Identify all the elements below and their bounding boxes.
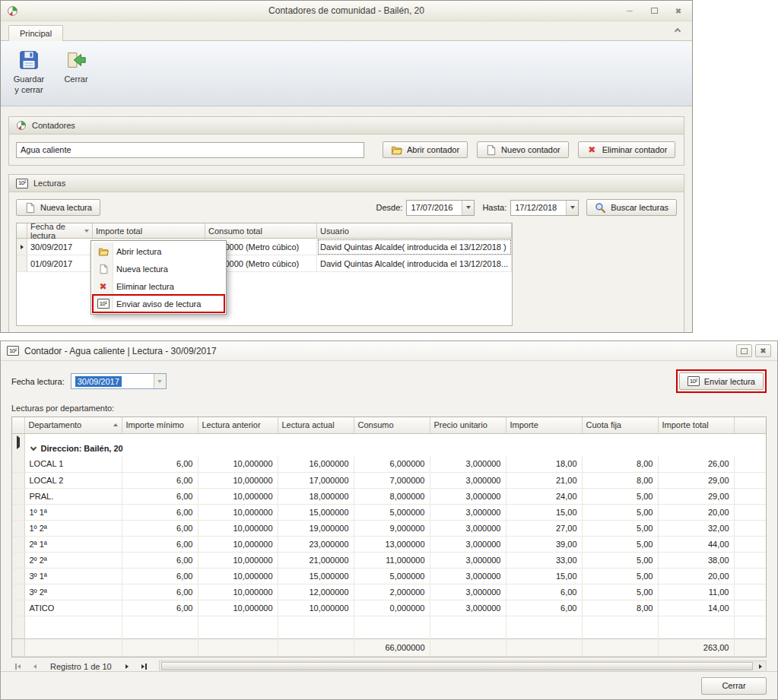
col-precio-unitario[interactable]: Precio unitario: [430, 417, 506, 433]
guardar-y-cerrar-button[interactable]: Guardar y cerrar: [8, 46, 49, 99]
lectura-anterior-cell[interactable]: 10,000000: [198, 584, 278, 600]
col-departamento[interactable]: Departamento: [24, 417, 122, 433]
lectura-actual-cell[interactable]: 15,000000: [278, 568, 354, 584]
consumo-cell[interactable]: 5,000000: [354, 568, 430, 584]
menu-item-eliminar-lectura[interactable]: ✖ Eliminar lectura: [93, 277, 224, 295]
importe-total-cell[interactable]: 14,00: [658, 600, 734, 616]
departamento-cell[interactable]: 2º 2ª: [24, 552, 122, 568]
group-row[interactable]: Direccion: Bailén, 20: [12, 433, 766, 456]
departamento-row[interactable]: 1º 1ª 6,00 10,000000 15,000000 5,000000 …: [12, 504, 766, 520]
cerrar-ribbon-button[interactable]: Cerrar: [56, 46, 97, 88]
precio-unitario-cell[interactable]: 3,000000: [430, 552, 506, 568]
importe-minimo-cell[interactable]: 6,00: [122, 568, 198, 584]
col-importe-minimo[interactable]: Importe mínimo: [122, 417, 198, 433]
fecha-cell[interactable]: 30/09/2017: [27, 239, 93, 255]
menu-item-enviar-aviso-de-lectura[interactable]: 10² Enviar aviso de lectura: [93, 295, 224, 312]
cuota-fija-cell[interactable]: 5,00: [582, 536, 658, 552]
consumo-cell[interactable]: 11,000000: [354, 552, 430, 568]
col-usuario[interactable]: Usuario: [317, 223, 512, 239]
maximize-button[interactable]: [736, 344, 752, 357]
scrollbar-thumb[interactable]: [161, 662, 753, 670]
departamento-row[interactable]: ATICO 6,00 10,000000 10,000000 0,000000 …: [12, 600, 766, 616]
departamento-cell[interactable]: LOCAL 1: [24, 456, 122, 472]
fecha-cell[interactable]: 01/09/2017: [27, 255, 93, 272]
consumo-cell[interactable]: 5,000000: [354, 504, 430, 520]
eliminar-contador-button[interactable]: ✖ Eliminar contador: [578, 141, 676, 158]
menu-item-nueva-lectura[interactable]: Nueva lectura: [93, 260, 224, 277]
lectura-actual-cell[interactable]: 21,000000: [278, 552, 354, 568]
departamento-cell[interactable]: LOCAL 2: [24, 472, 122, 488]
importe-total-cell[interactable]: 29,00: [658, 472, 734, 488]
tab-principal[interactable]: Principal: [8, 25, 63, 41]
importe-total-cell[interactable]: 11,00: [658, 584, 734, 600]
importe-total-cell[interactable]: 38,00: [658, 552, 734, 568]
precio-unitario-cell[interactable]: 3,000000: [430, 472, 506, 488]
prev-record-button[interactable]: [28, 660, 41, 672]
col-importe-total[interactable]: Importe total: [93, 223, 205, 239]
col-lectura-actual[interactable]: Lectura actual: [278, 417, 354, 433]
hasta-date-input[interactable]: 17/12/2018: [510, 200, 579, 216]
lectura-actual-cell[interactable]: 10,000000: [278, 600, 354, 616]
maximize-button[interactable]: [646, 5, 662, 17]
usuario-cell[interactable]: David Quintas Alcalde( introducida el 13…: [317, 239, 512, 255]
lectura-anterior-cell[interactable]: 10,000000: [198, 520, 278, 536]
departamento-row[interactable]: 1º 2ª 6,00 10,000000 19,000000 9,000000 …: [12, 520, 766, 536]
cuota-fija-cell[interactable]: 5,00: [582, 488, 658, 504]
col-consumo-total[interactable]: Consumo total: [205, 223, 317, 239]
cuota-fija-cell[interactable]: 5,00: [582, 520, 658, 536]
departamento-row[interactable]: 3º 1ª 6,00 10,000000 15,000000 5,000000 …: [12, 568, 766, 584]
lectura-actual-cell[interactable]: 19,000000: [278, 520, 354, 536]
dropdown-icon[interactable]: [154, 374, 166, 388]
departamento-row[interactable]: 3º 2ª 6,00 10,000000 12,000000 2,000000 …: [12, 584, 766, 600]
nueva-lectura-button[interactable]: Nueva lectura: [16, 199, 100, 216]
enviar-lectura-button[interactable]: 10² Enviar lectura: [679, 372, 764, 390]
importe-minimo-cell[interactable]: 6,00: [122, 600, 198, 616]
col-fecha-de-lectura[interactable]: Fecha de lectura: [27, 223, 93, 239]
contador-name-input[interactable]: Agua caliente: [16, 142, 364, 158]
consumo-cell[interactable]: 6,000000: [354, 456, 430, 472]
departamento-row[interactable]: PRAL. 6,00 10,000000 18,000000 8,000000 …: [12, 488, 766, 504]
lectura-anterior-cell[interactable]: 10,000000: [198, 472, 278, 488]
precio-unitario-cell[interactable]: 3,000000: [430, 488, 506, 504]
importe-minimo-cell[interactable]: 6,00: [122, 504, 198, 520]
precio-unitario-cell[interactable]: 3,000000: [430, 456, 506, 472]
consumo-cell[interactable]: 7,000000: [354, 472, 430, 488]
importe-minimo-cell[interactable]: 6,00: [122, 456, 198, 472]
next-record-button[interactable]: [121, 660, 134, 672]
titlebar[interactable]: 10² Contador - Agua caliente | Lectura -…: [1, 341, 777, 361]
lectura-anterior-cell[interactable]: 10,000000: [198, 504, 278, 520]
scroll-right-icon[interactable]: [754, 661, 766, 671]
col-lectura-anterior[interactable]: Lectura anterior: [198, 417, 278, 433]
lectura-anterior-cell[interactable]: 10,000000: [198, 536, 278, 552]
importe-total-cell[interactable]: 26,00: [658, 456, 734, 472]
lectura-anterior-cell[interactable]: 10,000000: [198, 568, 278, 584]
precio-unitario-cell[interactable]: 3,000000: [430, 504, 506, 520]
departamento-cell[interactable]: ATICO: [24, 600, 122, 616]
usuario-cell[interactable]: David Quintas Alcalde( introducida el 13…: [317, 255, 512, 272]
importe-cell[interactable]: 6,00: [506, 584, 582, 600]
departamento-cell[interactable]: 1º 2ª: [24, 520, 122, 536]
importe-total-cell[interactable]: 29,00: [658, 488, 734, 504]
departamento-cell[interactable]: PRAL.: [24, 488, 122, 504]
cerrar-button[interactable]: Cerrar: [701, 677, 767, 695]
importe-cell[interactable]: 27,00: [506, 520, 582, 536]
titlebar[interactable]: Contadores de comunidad - Bailén, 20 ─ ✖: [1, 1, 692, 21]
importe-cell[interactable]: 18,00: [506, 456, 582, 472]
buscar-lecturas-button[interactable]: Buscar lecturas: [586, 199, 677, 216]
lectura-anterior-cell[interactable]: 10,000000: [198, 456, 278, 472]
dropdown-icon[interactable]: [566, 201, 578, 215]
cuota-fija-cell[interactable]: 8,00: [582, 600, 658, 616]
cuota-fija-cell[interactable]: 5,00: [582, 552, 658, 568]
departamento-row[interactable]: LOCAL 2 6,00 10,000000 17,000000 7,00000…: [12, 472, 766, 488]
nuevo-contador-button[interactable]: Nuevo contador: [477, 141, 569, 158]
filter-icon[interactable]: [84, 230, 89, 233]
minimize-button[interactable]: ─: [622, 5, 637, 17]
col-cuota-fija[interactable]: Cuota fija: [582, 417, 658, 433]
consumo-cell[interactable]: 9,000000: [354, 520, 430, 536]
precio-unitario-cell[interactable]: 3,000000: [430, 536, 506, 552]
importe-total-cell[interactable]: 20,00: [658, 504, 734, 520]
precio-unitario-cell[interactable]: 3,000000: [430, 584, 506, 600]
importe-cell[interactable]: 21,00: [506, 472, 582, 488]
lectura-actual-cell[interactable]: 23,000000: [278, 536, 354, 552]
lectura-anterior-cell[interactable]: 10,000000: [198, 600, 278, 616]
